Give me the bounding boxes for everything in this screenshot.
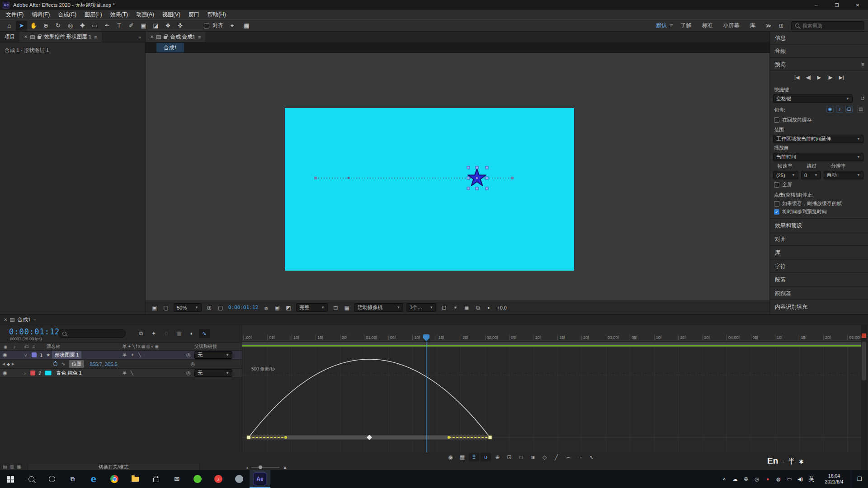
camera-tool[interactable]: ◎ <box>65 21 76 31</box>
fit-selection-icon[interactable]: ⊡ <box>504 453 514 461</box>
pane-icon[interactable]: ▤ <box>3 464 7 469</box>
tray-disc-icon[interactable]: ◍ <box>773 470 784 488</box>
store-app[interactable] <box>146 470 166 488</box>
camera-dropdown[interactable]: 活动摄像机▼ <box>354 303 403 312</box>
next-keyframe-icon[interactable]: ▶ <box>12 362 14 366</box>
framerate-dropdown[interactable]: (25)▼ <box>773 171 798 179</box>
tray-ime-indicator[interactable]: 英 <box>806 475 817 483</box>
panel-section[interactable]: 对齐 <box>770 232 868 245</box>
menu-item[interactable]: 视图(V) <box>158 11 184 19</box>
draft-3d-icon[interactable]: ✦ <box>148 329 159 338</box>
layer-switches[interactable]: 单 ✦ ╲ <box>122 352 142 358</box>
tray-chevron-icon[interactable]: ˄ <box>719 470 730 488</box>
work-area-bar[interactable] <box>242 342 861 345</box>
range-dropdown[interactable]: 工作区域按当前时间延伸▼ <box>773 135 863 143</box>
layer-name[interactable]: 青色 纯色 1 <box>53 369 84 377</box>
pixel-aspect-icon[interactable]: ⊟ <box>439 303 448 312</box>
label-chip[interactable] <box>32 352 37 357</box>
layer-name[interactable]: 形状图层 1 <box>52 351 81 359</box>
pane-icon[interactable]: ▥ <box>9 464 14 469</box>
zoom-in-icon[interactable]: ▲ <box>283 465 288 470</box>
tab-project[interactable]: 项目 <box>0 32 19 42</box>
cortana-button[interactable] <box>42 470 62 488</box>
first-frame-button[interactable]: |◀ <box>794 75 799 80</box>
tab-overflow[interactable]: » <box>138 34 145 40</box>
timeline-search[interactable] <box>58 329 126 338</box>
parent-dropdown[interactable]: 无▼ <box>194 369 232 377</box>
cache-indicator-icon[interactable]: ▤ <box>857 106 864 113</box>
transparency-grid-icon[interactable]: ▦ <box>342 303 351 312</box>
reset-icon[interactable]: ↺ <box>860 95 865 102</box>
speed-curve[interactable] <box>249 359 490 437</box>
help-search[interactable] <box>791 21 864 30</box>
eye-icon[interactable]: ◉ <box>3 370 7 376</box>
layer-row-2[interactable]: ◉ › 2 青色 纯色 1 单 ╲ ◎ 无▼ <box>0 369 242 378</box>
stopwatch-icon[interactable] <box>53 362 57 366</box>
play-button[interactable]: ▶ <box>817 75 821 80</box>
mask-options-icon[interactable]: ▦ <box>241 21 252 31</box>
snapshot-icon[interactable]: ⧇ <box>261 303 270 312</box>
close-icon[interactable]: ✕ <box>150 34 154 39</box>
timeline-button-icon[interactable]: ≣ <box>462 303 471 312</box>
show-properties-icon[interactable]: ◉ <box>445 453 456 461</box>
frame-blend-icon[interactable]: ▥ <box>174 329 184 338</box>
pan-behind-tool[interactable]: ✥ <box>77 21 88 31</box>
close-icon[interactable]: ✕ <box>4 317 7 322</box>
primary-viewer-icon[interactable]: ▢ <box>161 303 170 312</box>
exposure-icon[interactable]: ◐ <box>485 303 494 312</box>
action-center-icon[interactable]: ❐ <box>851 470 868 488</box>
taskbar-search-button[interactable] <box>21 470 42 488</box>
pickwhip-icon[interactable]: ◎ <box>186 370 191 376</box>
prev-frame-button[interactable]: ◀| <box>806 75 811 80</box>
shortcut-dropdown[interactable]: 空格键▼ <box>773 94 853 103</box>
mask-visibility-icon[interactable]: ▢ <box>216 303 225 312</box>
selection-tool[interactable]: ➤ <box>16 21 27 31</box>
tab-composition[interactable]: ✕ 合成 合成1 ≡ <box>146 32 205 42</box>
composition-frame[interactable] <box>285 108 574 271</box>
zoom-knob[interactable] <box>259 465 262 469</box>
property-name[interactable]: 位置 <box>69 360 84 368</box>
menu-item[interactable]: 编辑(E) <box>28 11 54 19</box>
task-view-button[interactable]: ⧉ <box>62 470 83 488</box>
brush-tool[interactable]: ✐ <box>126 21 137 31</box>
last-frame-button[interactable]: ▶| <box>839 75 844 80</box>
hide-shy-icon[interactable]: ◌ <box>161 329 172 338</box>
restore-button[interactable]: ❐ <box>826 0 847 10</box>
influence-dot-right[interactable] <box>448 436 450 439</box>
fast-previews-icon[interactable]: ⚡ <box>451 303 460 312</box>
curve-icon[interactable]: ∿ <box>586 453 597 461</box>
play-from-dropdown[interactable]: 当前时间▼ <box>773 153 863 161</box>
skip-dropdown[interactable]: 0▼ <box>801 171 821 179</box>
graph-toggle-icon[interactable]: ∿ <box>61 361 65 367</box>
cache-before-checkbox[interactable] <box>774 117 779 123</box>
anchor-point[interactable] <box>476 177 478 179</box>
time-ruler[interactable]: :00f05f10f15f20f01:00f05f10f15f20f02:00f… <box>242 325 861 342</box>
graph-options-icon[interactable]: ▦ <box>457 453 467 461</box>
move-time-checkbox[interactable]: ✓ <box>774 209 779 215</box>
comp-timecode[interactable]: 0:00:01:12 <box>228 305 258 310</box>
rotate-tool[interactable]: ↻ <box>52 21 64 31</box>
expand-arrow-icon[interactable]: ˅ <box>24 352 27 358</box>
workspace-overflow[interactable]: ≫ <box>765 23 771 29</box>
ease-out-icon[interactable]: ¬ <box>575 453 585 461</box>
separate-dimensions-icon[interactable]: ≋ <box>528 453 538 461</box>
workspace-learn[interactable]: 了解 <box>680 22 694 29</box>
current-timecode[interactable]: 0:00:01:12 <box>9 327 60 336</box>
timeline-zoom-slider[interactable]: ▴ ▲ <box>246 465 288 470</box>
clone-stamp-tool[interactable]: ▣ <box>138 21 149 31</box>
resolution-preview-dropdown[interactable]: 自动▼ <box>824 171 863 179</box>
menu-item[interactable]: 帮助(H) <box>203 11 230 19</box>
property-value[interactable]: 855.7, 305.5 <box>90 361 117 367</box>
exposure-value[interactable]: +0.0 <box>497 305 507 310</box>
timeline-scrollbar[interactable] <box>861 325 868 470</box>
ime-width[interactable]: 半 <box>788 457 795 466</box>
easy-ease-icon[interactable]: ╱ <box>551 453 561 461</box>
close-button[interactable]: ✕ <box>847 0 868 10</box>
eye-icon[interactable]: ◉ <box>3 352 7 358</box>
tray-display-icon[interactable]: ▭ <box>784 470 795 488</box>
show-channel-icon[interactable]: ◩ <box>284 303 293 312</box>
close-icon[interactable]: ✕ <box>24 34 28 39</box>
menu-item[interactable]: 合成(C) <box>54 11 80 19</box>
panel-menu-icon[interactable]: ≡ <box>198 34 201 40</box>
comp-flow-icon[interactable]: ⧉ <box>473 303 482 312</box>
